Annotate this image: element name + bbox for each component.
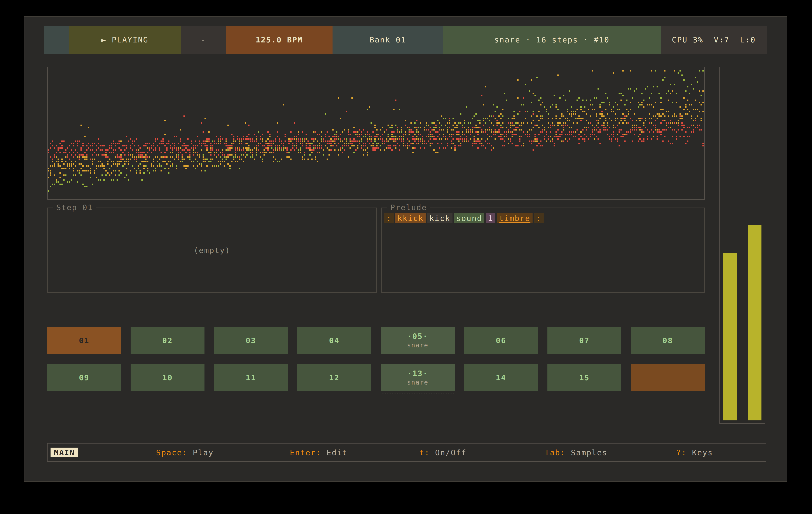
system-stats-text: CPU 3% V:7 L:0 — [672, 35, 756, 44]
step-button-14[interactable]: 14 — [464, 364, 538, 391]
step-number-label: 08 — [663, 336, 673, 345]
prelude-panel[interactable]: Prelude :kkickkicksound1timbre: — [381, 208, 705, 293]
step-number-label: 09 — [79, 373, 89, 382]
prelude-token: : — [384, 213, 394, 223]
transport-status: ► PLAYING — [69, 26, 181, 54]
hint-action: On/Off — [430, 448, 466, 457]
step-button-09[interactable]: 09 — [47, 364, 121, 391]
step-button-12[interactable]: 12 — [297, 364, 371, 391]
prelude-token: kkick — [396, 213, 426, 223]
step-button-06[interactable]: 06 — [464, 327, 538, 354]
step-panel-title: Step 01 — [53, 203, 96, 212]
step-number-label: 06 — [496, 336, 506, 345]
footer-hint-enter: Enter: Edit — [290, 448, 347, 457]
top-status-bar: ► PLAYING - 125.0 BPM Bank 01 snare · 16… — [45, 26, 767, 54]
step-button-07[interactable]: 07 — [547, 327, 621, 354]
step-button-05[interactable]: ·05·snare — [381, 327, 455, 354]
step-sample-label: snare — [407, 341, 428, 349]
hint-key: ?: — [676, 448, 687, 457]
hint-key: t: — [419, 448, 430, 457]
step-number-label: 12 — [329, 373, 340, 382]
track-summary-text: snare · 16 steps · #10 — [494, 35, 610, 44]
bpm-display: 125.0 BPM — [226, 26, 332, 54]
prelude-token: timbre — [497, 213, 532, 223]
hint-action: Play — [187, 448, 213, 457]
bank-value: Bank 01 — [370, 35, 406, 44]
transport-separator: - — [181, 26, 226, 54]
hint-key: Tab: — [545, 448, 566, 457]
hint-action: Edit — [321, 448, 347, 457]
step-button-04[interactable]: 04 — [297, 327, 371, 354]
accent-block — [45, 26, 69, 54]
step-number-label: ·13· — [407, 369, 428, 378]
level-meter-panel — [719, 67, 765, 424]
footer-bar: MAIN Space: PlayEnter: Editt: On/OffTab:… — [47, 443, 766, 462]
separator-glyph: - — [201, 35, 206, 44]
step-number-label: ·05· — [407, 332, 428, 341]
steps-grid: 01020304·05·snare06070809101112·13·snare… — [47, 327, 705, 391]
pattern-visualizer — [47, 67, 705, 200]
meter-bar-right — [748, 225, 761, 420]
step-empty-text: (empty) — [194, 246, 230, 255]
step-button-16[interactable] — [631, 364, 705, 391]
bpm-value: 125.0 BPM — [256, 35, 303, 44]
hint-action: Samples — [566, 448, 608, 457]
app-window: ► PLAYING - 125.0 BPM Bank 01 snare · 16… — [24, 16, 787, 482]
step-number-label: 11 — [246, 373, 256, 382]
step-button-01[interactable]: 01 — [47, 327, 121, 354]
meter-bar-left — [723, 253, 737, 420]
hint-key: Space: — [156, 448, 187, 457]
step-detail-panel: Step 01 (empty) — [47, 208, 377, 293]
step-button-08[interactable]: 08 — [631, 327, 705, 354]
prelude-token: sound — [454, 213, 484, 223]
step-button-11[interactable]: 11 — [214, 364, 288, 391]
prelude-token: kick — [427, 213, 453, 223]
step-button-13[interactable]: ·13·snare — [381, 364, 455, 391]
step-number-label: 02 — [162, 336, 173, 345]
pattern-visualizer-canvas — [48, 67, 704, 199]
transport-status-label: ► PLAYING — [101, 35, 148, 44]
step-button-03[interactable]: 03 — [214, 327, 288, 354]
step-number-label: 07 — [579, 336, 589, 345]
prelude-token: 1 — [486, 213, 495, 223]
step-number-label: 01 — [79, 336, 89, 345]
prelude-panel-title: Prelude — [387, 203, 430, 212]
step-number-label: 10 — [162, 373, 173, 382]
step-button-10[interactable]: 10 — [130, 364, 205, 391]
step-13-marker — [382, 393, 454, 393]
footer-hint-space: Space: Play — [156, 448, 213, 457]
step-sample-label: snare — [407, 379, 428, 386]
mode-badge: MAIN — [51, 448, 78, 457]
prelude-code[interactable]: :kkickkicksound1timbre: — [384, 213, 544, 223]
step-number-label: 04 — [329, 336, 340, 345]
track-summary: snare · 16 steps · #10 — [443, 26, 661, 54]
system-stats: CPU 3% V:7 L:0 — [661, 26, 767, 54]
step-number-label: 14 — [496, 373, 506, 382]
step-number-label: 03 — [246, 336, 256, 345]
hint-action: Keys — [687, 448, 713, 457]
step-number-label: 15 — [579, 373, 589, 382]
footer-hint-t: t: On/Off — [419, 448, 466, 457]
step-button-15[interactable]: 15 — [547, 364, 621, 391]
hint-key: Enter: — [290, 448, 321, 457]
prelude-token: : — [534, 213, 544, 223]
step-button-02[interactable]: 02 — [130, 327, 205, 354]
footer-hint-tab: Tab: Samples — [545, 448, 608, 457]
bank-display: Bank 01 — [332, 26, 443, 54]
footer-hint-help: ?: Keys — [676, 448, 713, 457]
